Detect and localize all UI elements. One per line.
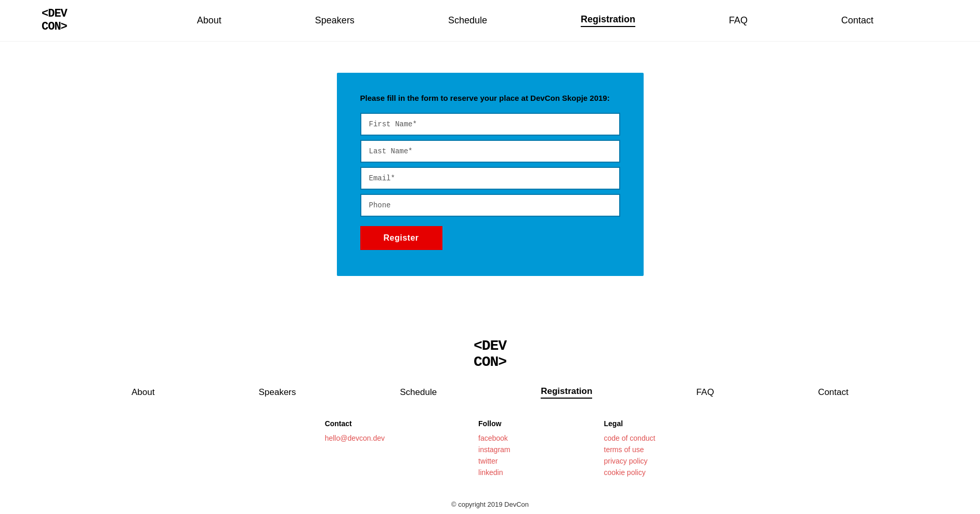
- footer-terms-of-use-link[interactable]: terms of use: [604, 445, 656, 454]
- footer-copyright: © copyright 2019 DevCon: [451, 500, 529, 508]
- footer-follow-col: Follow facebook instagram twitter linked…: [478, 419, 510, 480]
- footer-linkedin-link[interactable]: linkedin: [478, 468, 510, 477]
- phone-group: [360, 194, 620, 217]
- nav-faq[interactable]: FAQ: [729, 15, 748, 26]
- footer-nav-contact[interactable]: Contact: [818, 387, 848, 398]
- footer-legal-heading: Legal: [604, 419, 656, 428]
- footer-nav-faq[interactable]: FAQ: [696, 387, 714, 398]
- footer-contact-heading: Contact: [325, 419, 385, 428]
- nav-registration[interactable]: Registration: [581, 14, 635, 27]
- footer-contact-col: Contact hello@devcon.dev: [325, 419, 385, 480]
- nav-speakers[interactable]: Speakers: [315, 15, 355, 26]
- footer-nav-registration[interactable]: Registration: [541, 386, 592, 399]
- phone-input[interactable]: [360, 194, 620, 217]
- footer-facebook-link[interactable]: facebook: [478, 434, 510, 442]
- main-nav: About Speakers Schedule Registration FAQ…: [197, 14, 873, 27]
- nav-about[interactable]: About: [197, 15, 221, 26]
- site-footer: <DEV CON> About Speakers Schedule Regist…: [0, 328, 980, 514]
- logo-line1: <DEV: [42, 8, 67, 20]
- logo-line2: CON>: [42, 21, 67, 33]
- registration-form: Register: [360, 113, 620, 250]
- footer-nav-schedule[interactable]: Schedule: [400, 387, 437, 398]
- footer-follow-heading: Follow: [478, 419, 510, 428]
- registration-section: Please fill in the form to reserve your …: [337, 73, 644, 276]
- footer-logo-line1: <DEV: [474, 338, 506, 354]
- site-header: <DEV CON> About Speakers Schedule Regist…: [0, 0, 980, 42]
- footer-legal-col: Legal code of conduct terms of use priva…: [604, 419, 656, 480]
- register-button[interactable]: Register: [360, 226, 442, 250]
- footer-nav-about[interactable]: About: [132, 387, 154, 398]
- form-title: Please fill in the form to reserve your …: [360, 94, 620, 102]
- footer-code-of-conduct-link[interactable]: code of conduct: [604, 434, 656, 442]
- footer-twitter-link[interactable]: twitter: [478, 457, 510, 465]
- email-group: [360, 167, 620, 190]
- footer-email-link[interactable]: hello@devcon.dev: [325, 434, 385, 442]
- footer-logo[interactable]: <DEV CON>: [474, 338, 506, 371]
- footer-instagram-link[interactable]: instagram: [478, 445, 510, 454]
- footer-logo-line2: CON>: [474, 354, 506, 371]
- footer-nav-speakers[interactable]: Speakers: [258, 387, 296, 398]
- logo[interactable]: <DEV CON>: [42, 8, 67, 33]
- email-input[interactable]: [360, 167, 620, 190]
- last-name-group: [360, 140, 620, 163]
- first-name-group: [360, 113, 620, 136]
- first-name-input[interactable]: [360, 113, 620, 136]
- last-name-input[interactable]: [360, 140, 620, 163]
- footer-columns: Contact hello@devcon.dev Follow facebook…: [325, 419, 656, 480]
- main-content: Please fill in the form to reserve your …: [0, 42, 980, 318]
- footer-privacy-policy-link[interactable]: privacy policy: [604, 457, 656, 465]
- footer-cookie-policy-link[interactable]: cookie policy: [604, 468, 656, 477]
- nav-contact[interactable]: Contact: [841, 15, 873, 26]
- footer-nav: About Speakers Schedule Registration FAQ…: [132, 386, 848, 399]
- nav-schedule[interactable]: Schedule: [448, 15, 487, 26]
